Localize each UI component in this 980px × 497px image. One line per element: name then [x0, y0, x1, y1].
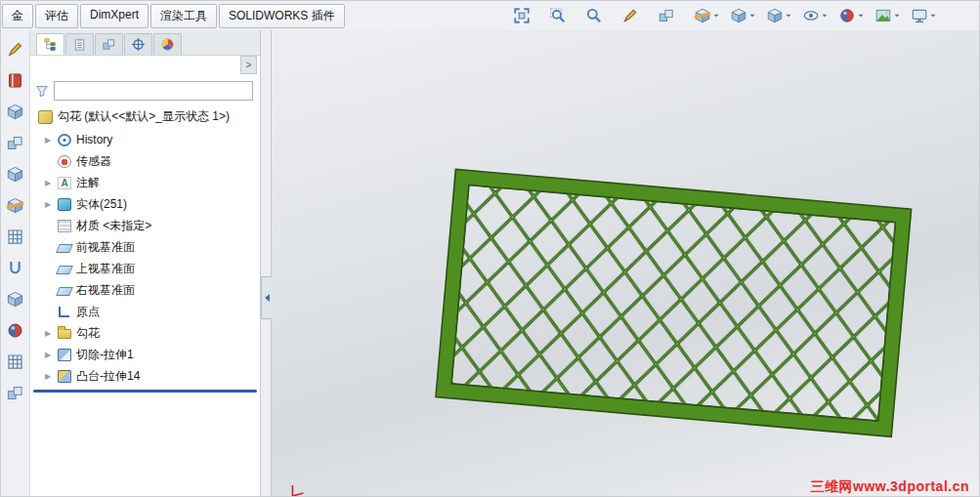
expand-arrow-icon[interactable]: ▶ [43, 200, 53, 209]
tree-item[interactable]: ▶ 注解 [30, 172, 260, 193]
scene-icon [874, 7, 892, 24]
boss-icon [58, 370, 71, 383]
expand-arrow-icon[interactable]: ▶ [43, 351, 53, 359]
dropdown-caret-icon[interactable] [712, 12, 720, 20]
left-tool-6[interactable] [5, 194, 26, 216]
fence-mesh [451, 186, 895, 422]
model-chain-link-fence[interactable] [436, 169, 912, 436]
plane-icon [56, 287, 73, 296]
left-tool-9[interactable] [5, 288, 26, 310]
dropdown-caret-icon[interactable] [748, 12, 756, 20]
model-scene [272, 30, 979, 496]
cube-icon [730, 7, 747, 24]
tree-item[interactable]: ▶ 实体(251) [30, 193, 260, 215]
zoom-to-fit-button[interactable] [512, 6, 540, 25]
feature-tree: ▶ History ▶ 传感器 ▶ 注解 ▶ [30, 129, 260, 387]
tree-item[interactable]: ▶ 勾花 [30, 322, 260, 344]
plane-icon [56, 244, 73, 253]
dropdown-caret-icon[interactable] [929, 12, 937, 20]
pan-button[interactable] [657, 6, 685, 25]
tree-item[interactable]: ▶ 切除-拉伸1 [30, 344, 260, 365]
top-toolbar: 金 评估 DimXpert 渲染工具 SOLIDWORKS 插件 [1, 1, 979, 31]
grid-icon [6, 352, 24, 371]
left-tool-4[interactable] [5, 132, 26, 153]
sphere-icon [838, 7, 856, 24]
tree-root-label: 勾花 (默认<<默认>_显示状态 1>) [58, 108, 230, 125]
annotations-icon [58, 177, 71, 189]
tab-solidworks-addins[interactable]: SOLIDWORKS 插件 [219, 4, 345, 28]
rollback-bar[interactable] [33, 390, 257, 393]
apply-scene-button[interactable] [873, 6, 902, 25]
tree-item[interactable]: ▶ 上视基准面 [30, 258, 260, 279]
dropdown-caret-icon[interactable] [821, 12, 829, 20]
tree-item[interactable]: ▶ 前视基准面 [30, 236, 260, 258]
configurationmanager-tab[interactable] [95, 33, 123, 55]
cube-icon [6, 103, 24, 121]
solids-icon [58, 198, 71, 211]
filter-input[interactable] [54, 81, 253, 101]
panel-splitter[interactable] [261, 30, 272, 496]
left-tool-3[interactable] [5, 101, 26, 122]
tree-item[interactable]: ▶ 传感器 [30, 150, 260, 172]
featuremanager-tab[interactable] [36, 33, 64, 55]
watermark: 三维网www.3dportal.cn [811, 478, 970, 496]
left-tool-8[interactable] [5, 257, 26, 278]
zoom-to-area-button[interactable] [548, 6, 576, 25]
tree-item[interactable]: ▶ 凸台-拉伸14 [30, 365, 260, 387]
expand-arrow-icon[interactable]: ▶ [43, 136, 53, 145]
feature-manager-panel: > 勾花 (默认<<默认>_显示状态 1>) ▶ History ▶ 传感 [30, 30, 261, 496]
cube-icon [766, 7, 784, 24]
zoom-in-out-button[interactable] [584, 6, 613, 25]
left-tool-11[interactable] [5, 351, 26, 372]
section-icon [694, 7, 711, 24]
left-tool-2[interactable] [5, 69, 26, 91]
magnifier-box-icon [549, 7, 567, 24]
hide-show-items-button[interactable] [801, 6, 830, 25]
monitor-icon [911, 7, 928, 24]
expand-arrow-icon[interactable]: ▶ [43, 372, 53, 381]
tree-item[interactable]: ▶ 材质 <未指定> [30, 215, 260, 236]
3d-viewport[interactable]: 三维网www.3dportal.cn [272, 30, 979, 496]
book-icon [6, 71, 24, 90]
filter-row [30, 76, 260, 104]
cubes-icon [658, 7, 675, 24]
display-style-button[interactable] [765, 6, 793, 25]
cubes-icon [6, 134, 24, 152]
sphere-icon [6, 321, 24, 340]
panel-tabs-overflow-button[interactable]: > [240, 56, 257, 74]
pin-icon [6, 259, 24, 277]
tree-item[interactable]: ▶ 右视基准面 [30, 279, 260, 301]
left-tool-12[interactable] [5, 382, 26, 403]
view-settings-button[interactable] [910, 6, 938, 25]
heads-up-toolbar [512, 6, 979, 25]
left-tool-5[interactable] [5, 163, 26, 185]
dropdown-caret-icon[interactable] [857, 12, 865, 20]
tab-evaluate[interactable]: 评估 [35, 4, 78, 28]
expand-arrow-icon[interactable]: ▶ [43, 179, 53, 187]
reference-triad-icon [292, 485, 303, 496]
tab-sheet-metal[interactable]: 金 [2, 4, 33, 28]
displaymanager-tab[interactable] [153, 33, 182, 55]
fit-icon [513, 7, 531, 24]
tab-render-tools[interactable]: 渲染工具 [150, 4, 217, 28]
left-tool-1[interactable] [5, 38, 26, 60]
rotate-view-button[interactable] [620, 6, 649, 25]
ribbon-tabs: 金 评估 DimXpert 渲染工具 SOLIDWORKS 插件 [1, 4, 345, 28]
propertymanager-tab[interactable] [65, 33, 94, 55]
dimxpertmanager-tab[interactable] [124, 33, 152, 55]
left-tool-10[interactable] [5, 319, 26, 341]
section-view-button[interactable] [693, 6, 721, 25]
edit-appearance-button[interactable] [837, 6, 866, 25]
panel-tabs [30, 30, 260, 56]
tree-root-item[interactable]: 勾花 (默认<<默认>_显示状态 1>) [30, 104, 260, 128]
plane-icon [56, 266, 73, 274]
expand-arrow-icon[interactable]: ▶ [43, 329, 53, 338]
dropdown-caret-icon[interactable] [785, 12, 792, 20]
eye-icon [802, 7, 820, 24]
left-tool-7[interactable] [5, 226, 26, 247]
dropdown-caret-icon[interactable] [893, 12, 901, 20]
tree-item[interactable]: ▶ 原点 [30, 301, 260, 322]
view-orientation-button[interactable] [729, 6, 757, 25]
tree-item[interactable]: ▶ History [30, 129, 260, 150]
tab-dimxpert[interactable]: DimXpert [80, 4, 149, 28]
